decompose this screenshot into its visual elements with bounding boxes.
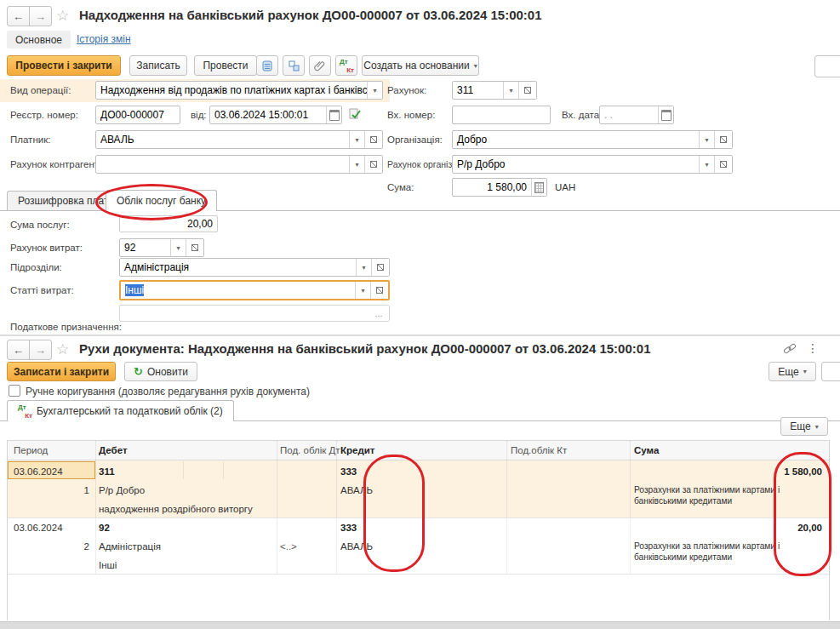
- row1-period[interactable]: 03.06.2024: [14, 466, 63, 478]
- payer-value: АВАЛЬ: [96, 131, 349, 148]
- row2-debit-sub2[interactable]: Інші: [99, 559, 117, 572]
- row1-debit[interactable]: 311: [99, 466, 115, 478]
- back-button[interactable]: ←: [7, 6, 30, 26]
- extra-detail-ellipsis-button[interactable]: ...: [369, 306, 389, 321]
- dtkt-icon: ДтКт: [340, 60, 353, 72]
- expense-items-dropdown-button[interactable]: ▾: [355, 282, 370, 299]
- movements-back-button[interactable]: ←: [7, 340, 30, 360]
- table-more-button[interactable]: Еще▾: [780, 417, 828, 436]
- row2-debit-sub1[interactable]: Адміністрація: [99, 540, 161, 553]
- document-check-icon[interactable]: [348, 107, 362, 123]
- link-icon[interactable]: [783, 342, 797, 358]
- row2-debit[interactable]: 92: [99, 522, 110, 535]
- incoming-number-field[interactable]: [452, 106, 551, 124]
- row1-credit[interactable]: 333: [340, 466, 357, 478]
- amount-field[interactable]: 1 580,00: [452, 178, 547, 197]
- org-account-field[interactable]: Р/р Добро ▾: [452, 155, 733, 174]
- organization-value: Добро: [453, 131, 699, 148]
- row2-tax-dt[interactable]: <..>: [280, 540, 297, 553]
- tab-history-link[interactable]: Історія змін: [77, 33, 131, 45]
- forward-button[interactable]: →: [29, 6, 52, 26]
- departments-dropdown-button[interactable]: ▾: [356, 259, 371, 276]
- organization-field[interactable]: Добро ▾: [452, 130, 733, 149]
- refresh-icon: ↻: [134, 365, 143, 378]
- calendar-icon: [329, 110, 340, 121]
- amount-calculator-button[interactable]: [531, 179, 546, 196]
- create-based-on-button[interactable]: Создать на основании▾: [362, 55, 479, 76]
- counterparty-account-field[interactable]: ▾: [95, 155, 383, 174]
- save-button[interactable]: Записать: [129, 55, 187, 76]
- tab-accounting-register[interactable]: ДтКт Бухгалтерський та податковий облік …: [7, 400, 234, 421]
- open-icon: [370, 161, 377, 168]
- org-account-open-button[interactable]: [714, 156, 732, 173]
- operation-type-label: Вид операції:: [10, 84, 71, 97]
- related-documents-button[interactable]: [283, 55, 305, 76]
- departments-field[interactable]: Адміністрація ▾: [119, 258, 390, 277]
- organization-open-button[interactable]: [714, 131, 732, 148]
- incoming-date-field[interactable]: . .: [599, 106, 674, 124]
- counterparty-account-open-button[interactable]: [364, 156, 382, 173]
- movements-forward-button[interactable]: →: [29, 340, 52, 360]
- col-header-tax-dt[interactable]: Под. облік Дт: [280, 444, 340, 457]
- payer-field[interactable]: АВАЛЬ ▾: [95, 130, 383, 149]
- app-root: ← → ☆ Надходження на банківський рахунок…: [0, 0, 840, 629]
- row1-line-number[interactable]: 1: [8, 484, 89, 497]
- expense-items-label: Статті витрат:: [10, 284, 74, 297]
- account-field[interactable]: 311 ▾: [452, 81, 537, 100]
- col-header-sum[interactable]: Сума: [634, 444, 659, 457]
- expense-items-value: Інші: [125, 284, 144, 296]
- operation-type-field[interactable]: Надходження від продажів по платіжних ка…: [95, 81, 383, 100]
- save-and-close-label: Записати і закрити: [14, 366, 109, 378]
- post-and-close-button[interactable]: Провести і закрити: [7, 55, 121, 76]
- reg-number-field[interactable]: ДО00-000007: [95, 106, 180, 124]
- manual-adjustment-label: Ручне коригування (дозволяє редагування …: [26, 386, 310, 397]
- toolbar-button-partial[interactable]: [821, 362, 840, 381]
- date-label: від:: [191, 109, 207, 122]
- incoming-date-calendar-button[interactable]: [658, 106, 673, 123]
- save-and-close-button[interactable]: Записати і закрити: [7, 362, 116, 381]
- annotation-oval-sum-column: [774, 452, 831, 576]
- counterparty-account-label: Рахунок контрагента:: [10, 158, 107, 171]
- dtkt-button[interactable]: ДтКт: [335, 55, 357, 76]
- payer-dropdown-button[interactable]: ▾: [349, 131, 364, 148]
- col-header-debit[interactable]: Дебет: [99, 444, 128, 457]
- expense-items-open-button[interactable]: [370, 282, 388, 299]
- col-header-credit[interactable]: Кредит: [340, 444, 374, 457]
- extra-detail-field[interactable]: ...: [119, 305, 390, 322]
- departments-open-button[interactable]: [371, 259, 389, 276]
- operation-type-dropdown-button[interactable]: ▾: [367, 82, 382, 99]
- movements-favorite-star-icon[interactable]: ☆: [56, 340, 69, 358]
- row2-credit[interactable]: 333: [340, 522, 357, 535]
- account-open-button[interactable]: [518, 82, 536, 99]
- expense-account-dropdown-button[interactable]: ▾: [170, 239, 186, 256]
- register-list-button[interactable]: [256, 55, 278, 76]
- chevron-down-icon: ▾: [355, 136, 358, 144]
- row1-debit-sub1[interactable]: Р/р Добро: [99, 484, 145, 497]
- favorite-star-icon[interactable]: ☆: [56, 7, 69, 25]
- organization-dropdown-button[interactable]: ▾: [699, 131, 714, 148]
- account-dropdown-button[interactable]: ▾: [503, 82, 518, 99]
- date-field[interactable]: 03.06.2024 15:00:01: [209, 106, 342, 124]
- row1-debit-sub2[interactable]: надходження роздрібного виторгу: [99, 503, 253, 516]
- row2-line-number[interactable]: 2: [8, 540, 89, 553]
- counterparty-account-value: [96, 156, 349, 173]
- row2-period[interactable]: 03.06.2024: [14, 522, 63, 535]
- org-account-dropdown-button[interactable]: ▾: [699, 156, 714, 173]
- post-button[interactable]: Провести: [194, 55, 257, 76]
- attachments-button[interactable]: [309, 55, 331, 76]
- menu-dots-icon[interactable]: ⋮: [807, 341, 819, 355]
- col-header-tax-kt[interactable]: Под.облік Кт: [511, 444, 567, 457]
- date-calendar-button[interactable]: [326, 106, 341, 123]
- payer-open-button[interactable]: [364, 131, 382, 148]
- tab-main[interactable]: Основное: [7, 31, 71, 49]
- expense-items-field[interactable]: Інші ▾: [119, 280, 390, 300]
- counterparty-account-dropdown-button[interactable]: ▾: [349, 156, 364, 173]
- movements-more-button[interactable]: Еще▾: [769, 362, 816, 381]
- expense-account-open-button[interactable]: [186, 239, 203, 256]
- register-list-icon: [262, 60, 272, 71]
- refresh-button[interactable]: ↻ Оновити: [124, 362, 197, 381]
- manual-adjustment-checkbox[interactable]: [9, 385, 20, 397]
- more-button-partial[interactable]: [814, 55, 840, 77]
- col-header-period[interactable]: Период: [14, 444, 48, 457]
- expense-account-field[interactable]: 92 ▾: [119, 238, 204, 257]
